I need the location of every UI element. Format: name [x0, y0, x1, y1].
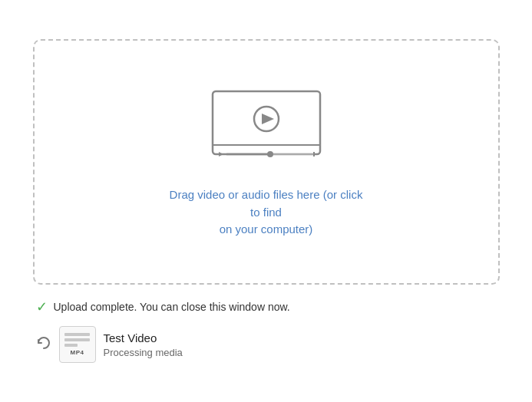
- svg-point-6: [267, 151, 273, 157]
- upload-complete-row: ✓ Upload complete. You can close this wi…: [33, 298, 500, 315]
- file-type-label: MP4: [71, 349, 84, 356]
- refresh-icon: [36, 335, 51, 351]
- svg-marker-7: [219, 152, 223, 157]
- dropzone[interactable]: Drag video or audio files here (or click…: [33, 39, 500, 285]
- video-placeholder-icon: [205, 85, 328, 170]
- checkmark-icon: ✓: [36, 298, 48, 315]
- video-icon-wrapper: [205, 85, 328, 173]
- svg-marker-2: [262, 114, 274, 124]
- main-container: Drag video or audio files here (or click…: [21, 27, 512, 375]
- file-thumbnail: MP4: [59, 326, 96, 363]
- thumb-line-2: [64, 338, 89, 341]
- file-thumb-lines: [64, 333, 89, 347]
- file-status: Processing media: [104, 347, 183, 358]
- file-name: Test Video: [104, 331, 183, 344]
- processing-icon: [36, 335, 51, 354]
- file-info: Test Video Processing media: [104, 331, 183, 358]
- upload-complete-text: Upload complete. You can close this wind…: [54, 301, 290, 313]
- thumb-line-1: [64, 333, 89, 336]
- file-row: MP4 Test Video Processing media: [33, 326, 500, 363]
- thumb-line-3: [64, 344, 77, 347]
- drop-text: Drag video or audio files here (or click…: [167, 186, 366, 239]
